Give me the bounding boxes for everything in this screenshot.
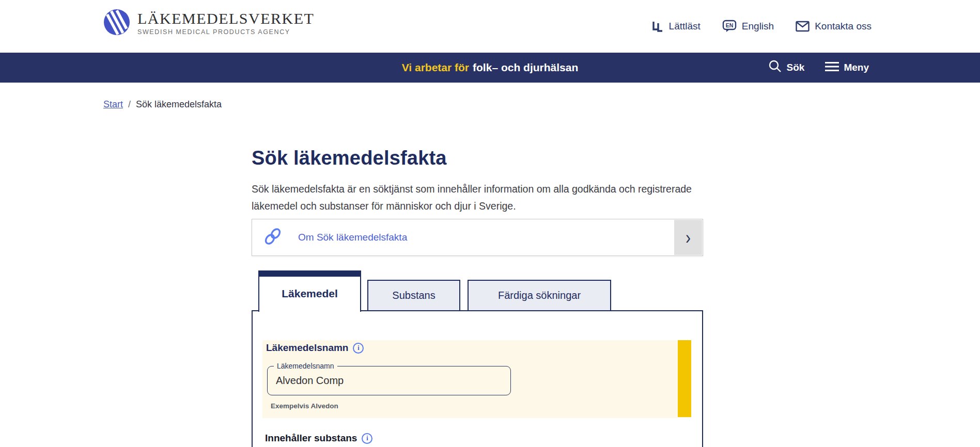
about-chevron-box: ›	[674, 220, 702, 255]
search-icon	[768, 59, 782, 76]
tab-substans-label: Substans	[392, 290, 435, 301]
tab-substans[interactable]: Substans	[367, 280, 460, 311]
breadcrumb-current: Sök läkemedelsfakta	[136, 99, 222, 110]
breadcrumb-home-link[interactable]: Start	[103, 99, 123, 110]
breadcrumb: Start / Sök läkemedelsfakta	[103, 99, 222, 110]
medicine-name-input[interactable]	[268, 366, 510, 395]
substance-heading: Innehåller substans	[265, 433, 357, 444]
easy-read-label: Lättläst	[669, 21, 701, 32]
chevron-right-icon: ›	[686, 228, 691, 247]
menu-button[interactable]: Meny	[825, 61, 869, 74]
tab-fardiga-sokningar[interactable]: Färdiga sökningar	[468, 280, 611, 311]
medicine-name-field-outline: Läkemedelsnamn	[267, 366, 511, 395]
hamburger-icon	[825, 61, 839, 74]
english-badge-icon: EN	[722, 20, 737, 33]
medicine-name-section: Läkemedelsnamn i Läkemedelsnamn Exempelv…	[262, 340, 691, 418]
header-links: Lättläst EN English	[651, 0, 872, 53]
search-button[interactable]: Sök	[768, 59, 805, 76]
tab-lakemedel-label: Läkemedel	[259, 277, 360, 311]
contact-label: Kontakta oss	[815, 21, 872, 32]
page-title: Sök läkemedelsfakta	[252, 147, 447, 169]
svg-text:EN: EN	[726, 22, 734, 28]
active-tab-indicator	[258, 270, 361, 277]
tagline-rest: folk– och djurhälsan	[473, 61, 578, 74]
language-link[interactable]: EN English	[722, 20, 774, 33]
about-link-label: Om Sök läkemedelsfakta	[298, 232, 407, 243]
envelope-icon	[796, 21, 810, 32]
about-link-card[interactable]: Om Sök läkemedelsfakta ›	[252, 219, 703, 256]
gold-accent-bar	[678, 340, 691, 417]
info-icon[interactable]: i	[362, 433, 372, 444]
easy-read-link[interactable]: Lättläst	[651, 20, 701, 33]
site-header: LÄKEMEDELSVERKET SWEDISH MEDICAL PRODUCT…	[0, 0, 980, 53]
tab-lakemedel[interactable]: Läkemedel	[258, 270, 361, 312]
search-label: Sök	[787, 62, 805, 73]
tab-fardiga-sokningar-label: Färdiga sökningar	[498, 290, 581, 301]
search-form-panel: Läkemedelsnamn i Läkemedelsnamn Exempelv…	[252, 310, 703, 447]
agency-logo[interactable]: LÄKEMEDELSVERKET SWEDISH MEDICAL PRODUCT…	[103, 9, 314, 38]
breadcrumb-separator: /	[128, 99, 131, 110]
navbar-actions: Sök Meny	[768, 53, 869, 83]
tagline-highlight: Vi arbetar för	[402, 61, 469, 74]
medicine-name-heading: Läkemedelsnamn	[266, 342, 348, 354]
language-label: English	[742, 21, 774, 32]
logo-title: LÄKEMEDELSVERKET	[137, 11, 314, 26]
easy-read-icon	[651, 20, 664, 33]
main-navbar: Vi arbetar för folk– och djurhälsan Sök	[0, 53, 980, 83]
page: LÄKEMEDELSVERKET SWEDISH MEDICAL PRODUCT…	[0, 0, 980, 447]
chain-link-icon	[263, 227, 283, 248]
medicine-name-hint: Exempelvis Alvedon	[271, 402, 338, 410]
logo-subtitle: SWEDISH MEDICAL PRODUCTS AGENCY	[137, 28, 314, 36]
agency-logo-icon	[103, 9, 130, 38]
contact-link[interactable]: Kontakta oss	[796, 21, 872, 32]
page-description: Sök läkemedelsfakta är en söktjänst som …	[252, 181, 702, 215]
info-icon[interactable]: i	[353, 343, 364, 354]
menu-label: Meny	[844, 62, 869, 73]
